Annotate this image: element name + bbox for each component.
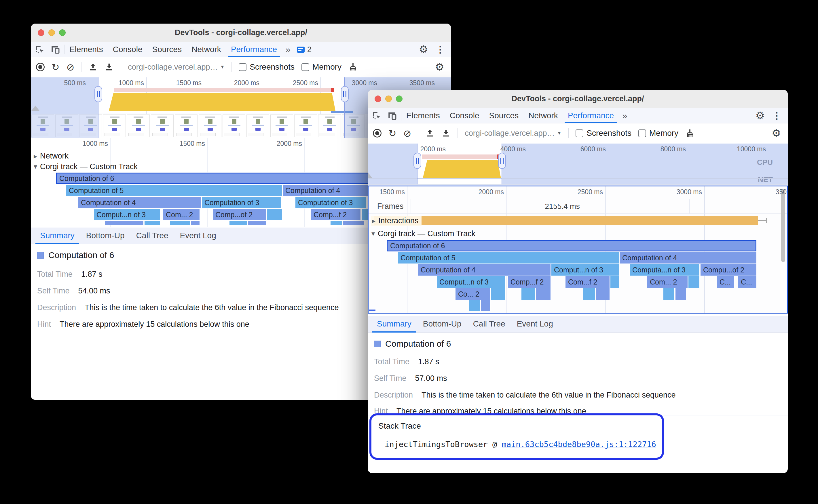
flame-bar[interactable]	[105, 221, 143, 225]
flame-bar[interactable]	[230, 221, 247, 225]
timeline-overview[interactable]: CPU NET 2000 ms4000 ms6000 ms8000 ms1000…	[368, 144, 788, 185]
flame-chart-panel[interactable]: Frames 2155.4 ms ▸ Interactions ▾ Corgi …	[368, 186, 788, 314]
flame-bar-computation-of-3[interactable]: Computation of 3	[296, 197, 366, 208]
tab-bottom-up[interactable]: Bottom-Up	[81, 228, 129, 244]
flame-bar-com-f-2[interactable]: Com...f 2	[565, 276, 609, 288]
clear-recording-button[interactable]: ⊘	[403, 129, 411, 138]
tab-elements[interactable]: Elements	[64, 42, 108, 57]
gc-broom-icon[interactable]	[348, 62, 358, 72]
flame-bar-computation-of-5[interactable]: Computation of 5	[66, 185, 282, 196]
flame-bar-computa-n-of-3[interactable]: Computa...n of 3	[630, 264, 699, 276]
checkbox-box[interactable]	[239, 63, 247, 71]
source-location-link[interactable]: main.63cb5c4bde8be90a.js:1:122716	[501, 440, 656, 449]
flame-bar[interactable]	[191, 221, 199, 225]
flame-bar-computation-of-4[interactable]: Computation of 4	[620, 252, 756, 264]
tab-event-log[interactable]: Event Log	[175, 228, 221, 244]
device-toolbar-icon[interactable]	[387, 111, 397, 121]
title-bar[interactable]: DevTools - corgi-collage.vercel.app/	[31, 24, 451, 42]
checkbox-box[interactable]	[302, 63, 309, 71]
flame-bar[interactable]	[521, 288, 535, 300]
settings-gear-icon[interactable]: ⚙	[419, 44, 428, 55]
tab-sources[interactable]: Sources	[484, 108, 523, 123]
flame-bar[interactable]	[343, 221, 364, 225]
flame-bar-comput-n-of-3[interactable]: Comput...n of 3	[437, 276, 505, 288]
tab-event-log[interactable]: Event Log	[512, 316, 558, 332]
memory-checkbox[interactable]: Memory	[638, 129, 678, 138]
flame-bar[interactable]	[676, 288, 686, 300]
interaction-bar[interactable]	[374, 216, 758, 225]
interactions-track[interactable]: ▸ Interactions	[369, 213, 787, 228]
inspect-element-icon[interactable]	[35, 45, 45, 54]
flame-bar[interactable]	[583, 288, 595, 300]
flame-bar-comput-n-of-3[interactable]: Comput...n of 3	[551, 264, 619, 276]
filmstrip-thumbnail[interactable]	[175, 114, 197, 137]
flame-bar-com-2[interactable]: Com... 2	[647, 276, 688, 288]
filmstrip-thumbnail[interactable]	[318, 114, 341, 137]
capture-settings-gear-icon[interactable]: ⚙	[772, 128, 781, 138]
issues-counter[interactable]: 2	[294, 42, 314, 57]
interactions-label[interactable]: ▸ Interactions	[371, 216, 422, 226]
selection-handle-left[interactable]	[413, 153, 421, 169]
selection-handle-left[interactable]	[94, 86, 102, 102]
tab-sources[interactable]: Sources	[147, 42, 186, 57]
filmstrip-thumbnail[interactable]	[270, 114, 293, 137]
filmstrip-thumbnail[interactable]	[151, 114, 173, 137]
flame-bar-c-[interactable]: C...	[738, 276, 756, 288]
flame-bar-compu-of-2[interactable]: Compu...of 2	[701, 264, 756, 276]
flame-bar-computation-of-3[interactable]: Computation of 3	[202, 197, 281, 208]
selection-handle-right[interactable]	[498, 153, 506, 169]
disclosure-triangle-icon[interactable]: ▾	[371, 230, 375, 238]
gc-broom-icon[interactable]	[685, 129, 695, 138]
flame-bar-com-2[interactable]: Com... 2	[163, 209, 199, 220]
flame-bar[interactable]	[491, 288, 505, 300]
tab-call-tree[interactable]: Call Tree	[468, 316, 510, 332]
track-corgi[interactable]: ▾ Corgi track — Custom Track	[369, 228, 787, 239]
more-options-icon[interactable]: ⋮	[436, 44, 445, 55]
save-profile-icon[interactable]	[441, 129, 451, 138]
tab-console[interactable]: Console	[445, 108, 484, 123]
flame-bar[interactable]	[170, 221, 190, 225]
filmstrip-thumbnail[interactable]	[223, 114, 245, 137]
save-profile-icon[interactable]	[104, 62, 114, 72]
flame-bar[interactable]	[331, 221, 342, 225]
filmstrip-thumbnail[interactable]	[103, 114, 126, 137]
flame-bar-computation-of-6[interactable]: Computation of 6	[56, 173, 396, 184]
tab-elements[interactable]: Elements	[401, 108, 445, 123]
load-profile-icon[interactable]	[88, 62, 98, 72]
record-button[interactable]	[36, 63, 45, 71]
flame-bar-comp-f-2[interactable]: Comp...f 2	[508, 276, 550, 288]
flame-bar[interactable]	[267, 209, 282, 220]
disclosure-triangle-icon[interactable]: ▾	[34, 163, 37, 171]
filmstrip-thumbnail[interactable]	[199, 114, 222, 137]
scrollbar-thumb[interactable]	[781, 189, 785, 262]
history-dropdown[interactable]: corgi-collage.vercel.app…▼	[465, 129, 561, 138]
flame-bar-computation-of-4[interactable]: Computation of 4	[78, 197, 201, 208]
checkbox-box[interactable]	[638, 129, 646, 137]
tab-call-tree[interactable]: Call Tree	[131, 228, 173, 244]
reload-and-record-button[interactable]: ↻	[51, 62, 60, 72]
flame-chart[interactable]: Computation of 6Computation of 5Computat…	[369, 240, 787, 312]
flame-bar[interactable]	[596, 288, 609, 300]
filmstrip-thumbnail[interactable]	[127, 114, 150, 137]
history-dropdown[interactable]: corgi-collage.vercel.app…▼	[128, 63, 225, 72]
flame-bar[interactable]	[248, 221, 266, 225]
tab-summary[interactable]: Summary	[35, 228, 79, 244]
flame-bar-co-2[interactable]: Co... 2	[455, 288, 490, 300]
flame-bar-comp-of-2[interactable]: Comp...of 2	[213, 209, 266, 220]
memory-checkbox[interactable]: Memory	[302, 62, 342, 72]
more-panels-chevron-icon[interactable]: »	[619, 108, 631, 123]
flame-bar[interactable]	[469, 300, 480, 311]
checkbox-box[interactable]	[575, 129, 583, 137]
more-options-icon[interactable]: ⋮	[772, 110, 781, 121]
flame-bar-comput-n-of-3[interactable]: Comput...n of 3	[94, 209, 160, 220]
flame-bar-computation-of-4[interactable]: Computation of 4	[418, 264, 550, 276]
frames-track[interactable]: Frames 2155.4 ms	[369, 199, 787, 214]
tab-network[interactable]: Network	[186, 42, 226, 57]
flame-bar[interactable]	[610, 276, 619, 288]
record-button[interactable]	[373, 129, 382, 138]
tab-console[interactable]: Console	[108, 42, 147, 57]
selection-handle-right[interactable]	[341, 86, 349, 102]
screenshots-checkbox[interactable]: Screenshots	[239, 62, 295, 72]
flame-bar[interactable]	[536, 288, 550, 300]
capture-settings-gear-icon[interactable]: ⚙	[435, 62, 444, 72]
